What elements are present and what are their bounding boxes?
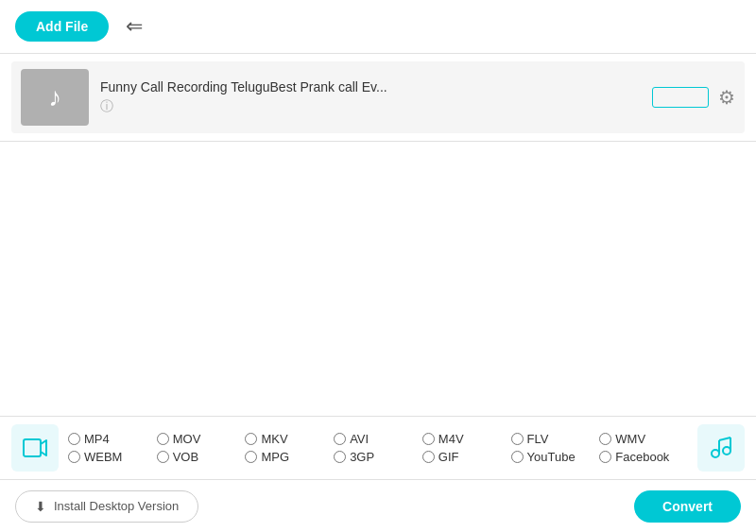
format-gif[interactable]: GIF <box>422 450 511 464</box>
progress-bar <box>652 87 709 108</box>
add-file-button[interactable]: Add File <box>15 11 109 42</box>
video-tab-icon[interactable] <box>11 424 59 472</box>
format-flv-label: FLV <box>527 432 549 446</box>
video-icon <box>22 435 48 461</box>
radio-flv[interactable] <box>511 433 524 445</box>
toolbar: Add File ⇐ <box>0 0 756 54</box>
format-mov[interactable]: MOV <box>157 432 246 446</box>
radio-avi[interactable] <box>334 433 346 445</box>
radio-m4v[interactable] <box>422 433 435 445</box>
format-3gp-label: 3GP <box>350 450 374 464</box>
format-mp4[interactable]: MP4 <box>68 432 157 446</box>
svg-point-1 <box>712 450 719 457</box>
arrow-icon: ⇐ <box>126 14 143 39</box>
radio-mp4[interactable] <box>68 433 80 445</box>
format-mpg-label: MPG <box>261 450 289 464</box>
footer: ⬇ Install Desktop Version Convert <box>0 480 756 532</box>
radio-mov[interactable] <box>157 433 169 445</box>
format-gif-label: GIF <box>438 450 459 464</box>
format-wmv[interactable]: WMV <box>599 432 688 446</box>
convert-button[interactable]: Convert <box>634 490 741 523</box>
file-actions: ⚙ <box>652 86 735 109</box>
radio-mpg[interactable] <box>245 451 257 463</box>
format-3gp[interactable]: 3GP <box>334 450 422 464</box>
format-options: MP4 MOV MKV AVI M4V FLV WMV WEBM <box>68 432 688 464</box>
file-item: ♪ Funny Call Recording TeluguBest Prank … <box>11 61 745 133</box>
format-youtube[interactable]: YouTube <box>511 450 600 464</box>
format-mpg[interactable]: MPG <box>245 450 334 464</box>
format-vob-label: VOB <box>173 450 198 464</box>
format-vob[interactable]: VOB <box>157 450 246 464</box>
file-name: Funny Call Recording TeluguBest Prank ca… <box>100 79 641 94</box>
format-mkv[interactable]: MKV <box>245 432 334 446</box>
radio-facebook[interactable] <box>599 451 611 463</box>
radio-vob[interactable] <box>157 451 169 463</box>
format-avi-label: AVI <box>350 432 369 446</box>
format-bar: MP4 MOV MKV AVI M4V FLV WMV WEBM <box>0 416 756 480</box>
format-webm[interactable]: WEBM <box>68 450 157 464</box>
radio-3gp[interactable] <box>334 451 346 463</box>
radio-webm[interactable] <box>68 451 80 463</box>
format-facebook-label: Facebook <box>615 450 669 464</box>
main-content <box>0 142 756 359</box>
format-webm-label: WEBM <box>84 450 122 464</box>
format-flv[interactable]: FLV <box>511 432 600 446</box>
format-mov-label: MOV <box>173 432 201 446</box>
music-note-icon: ♪ <box>48 82 61 112</box>
audio-icon <box>708 435 734 461</box>
svg-point-2 <box>723 447 730 455</box>
format-facebook[interactable]: Facebook <box>599 450 688 464</box>
download-icon: ⬇ <box>35 499 46 514</box>
install-label: Install Desktop Version <box>54 499 179 513</box>
radio-wmv[interactable] <box>599 433 611 445</box>
format-avi[interactable]: AVI <box>334 432 422 446</box>
format-youtube-label: YouTube <box>527 450 576 464</box>
format-m4v[interactable]: M4V <box>422 432 511 446</box>
radio-gif[interactable] <box>422 451 435 463</box>
settings-icon[interactable]: ⚙ <box>718 86 735 109</box>
file-info: Funny Call Recording TeluguBest Prank ca… <box>100 79 641 115</box>
file-list: ♪ Funny Call Recording TeluguBest Prank … <box>0 54 756 142</box>
format-mp4-label: MP4 <box>84 432 110 446</box>
audio-tab-icon[interactable] <box>697 424 745 472</box>
file-thumbnail: ♪ <box>21 69 89 126</box>
radio-mkv[interactable] <box>245 433 257 445</box>
radio-youtube[interactable] <box>511 451 524 463</box>
info-icon[interactable]: ⓘ <box>100 98 641 115</box>
format-wmv-label: WMV <box>615 432 645 446</box>
install-desktop-button[interactable]: ⬇ Install Desktop Version <box>15 490 198 523</box>
svg-line-5 <box>719 438 730 440</box>
format-mkv-label: MKV <box>261 432 287 446</box>
svg-rect-0 <box>24 439 41 456</box>
format-m4v-label: M4V <box>438 432 464 446</box>
